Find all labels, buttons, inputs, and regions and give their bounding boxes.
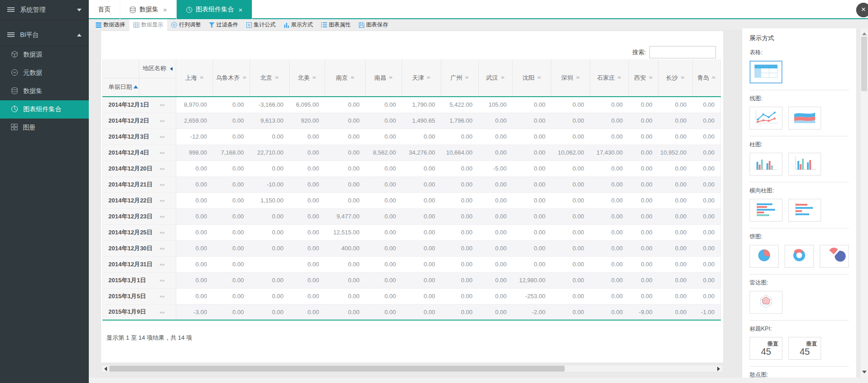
- region-name-header[interactable]: 地区名称: [139, 59, 176, 78]
- column-header-11[interactable]: 石家庄: [590, 59, 629, 97]
- tab-0[interactable]: 首页: [89, 0, 120, 19]
- horizontal-scrollbar[interactable]: [101, 365, 723, 373]
- expand-arrows-icon[interactable]: ◂▸: [159, 150, 166, 155]
- chart-type-tile-6-0[interactable]: 垂直45: [750, 337, 782, 360]
- sort-icon[interactable]: [712, 74, 716, 81]
- sort-icon[interactable]: [243, 74, 247, 81]
- column-header-14[interactable]: 青岛: [693, 59, 721, 97]
- sort-icon[interactable]: [200, 74, 204, 81]
- column-header-1[interactable]: 乌鲁木齐: [213, 59, 250, 97]
- sort-icon[interactable]: [576, 74, 580, 81]
- toolbar-button-6[interactable]: 图表属性: [317, 19, 355, 31]
- chart-type-tile-4-1[interactable]: [785, 245, 814, 268]
- scroll-left-arrow-icon[interactable]: [102, 365, 109, 372]
- toolbar-button-1[interactable]: 数据显示: [129, 19, 167, 31]
- column-header-8[interactable]: 武汉: [479, 59, 513, 97]
- sort-icon[interactable]: [681, 74, 685, 81]
- chart-type-tile-2-1[interactable]: [788, 153, 821, 176]
- sort-icon[interactable]: [537, 74, 541, 81]
- doc-date-header[interactable]: 单据日期: [103, 78, 139, 97]
- sidebar-item-2[interactable]: 数据集: [0, 82, 89, 100]
- expand-arrows-icon[interactable]: ◂▸: [159, 118, 166, 123]
- expand-arrows-icon[interactable]: ◂▸: [159, 102, 166, 107]
- tab-close-icon[interactable]: ×: [163, 6, 167, 14]
- sort-icon[interactable]: [649, 74, 653, 81]
- search-input[interactable]: [649, 46, 716, 58]
- chart-type-tile-0-0[interactable]: [750, 61, 782, 83]
- scroll-up-arrow-icon[interactable]: [862, 30, 867, 35]
- toolbar-button-7[interactable]: 图表保存: [355, 19, 392, 31]
- chart-type-tile-2-0[interactable]: [750, 153, 782, 176]
- sidebar-group-bi-platform[interactable]: BI平台: [0, 25, 89, 46]
- chart-type-tile-1-0[interactable]: [750, 107, 782, 129]
- tab-close-icon[interactable]: ×: [239, 6, 243, 14]
- sidebar-item-0[interactable]: 数据源: [0, 46, 89, 64]
- expand-arrows-icon[interactable]: ◂▸: [159, 214, 166, 219]
- tab-2[interactable]: 图表组件集合×: [177, 0, 252, 19]
- column-header-0[interactable]: 上海: [176, 59, 213, 97]
- expand-arrows-icon[interactable]: ◂▸: [159, 230, 166, 235]
- sort-icon[interactable]: [427, 74, 431, 81]
- sort-icon[interactable]: [312, 74, 317, 81]
- row-label-13[interactable]: 2015年1月9日◂▸: [103, 304, 176, 320]
- column-header-6[interactable]: 天津: [402, 59, 441, 97]
- row-label-2[interactable]: 2014年12月3日◂▸: [103, 129, 176, 145]
- tab-1[interactable]: 数据集×: [120, 0, 177, 19]
- column-header-5[interactable]: 南昌: [366, 59, 402, 97]
- sidebar-group-system-admin[interactable]: 系统管理: [0, 0, 89, 21]
- row-label-3[interactable]: 2014年12月4日◂▸: [103, 145, 176, 160]
- sort-icon[interactable]: [351, 74, 355, 81]
- expand-arrows-icon[interactable]: ◂▸: [159, 166, 166, 171]
- scroll-down-arrow-icon[interactable]: [862, 371, 867, 376]
- vertical-scrollbar-thumb[interactable]: [861, 36, 867, 91]
- row-label-0[interactable]: 2014年12月1日◂▸: [103, 97, 176, 113]
- column-header-2[interactable]: 北京: [250, 59, 290, 97]
- row-label-8[interactable]: 2014年12月25日◂▸: [103, 224, 176, 240]
- column-header-12[interactable]: 西安: [629, 59, 659, 97]
- column-header-9[interactable]: 沈阳: [513, 59, 551, 97]
- column-header-4[interactable]: 南京: [325, 59, 366, 97]
- row-label-7[interactable]: 2014年12月23日◂▸: [103, 208, 176, 224]
- scroll-right-arrow-icon[interactable]: [715, 365, 723, 372]
- row-label-5[interactable]: 2014年12月21日◂▸: [103, 176, 176, 192]
- column-header-7[interactable]: 广州: [441, 59, 479, 97]
- expand-arrows-icon[interactable]: ◂▸: [159, 262, 166, 267]
- toolbar-button-2[interactable]: 行列调整: [167, 19, 205, 31]
- expand-arrows-icon[interactable]: ◂▸: [159, 198, 166, 203]
- chart-type-tile-4-2[interactable]: [820, 245, 849, 268]
- row-label-12[interactable]: 2015年1月5日◂▸: [103, 288, 176, 304]
- expand-arrows-icon[interactable]: ◂▸: [159, 246, 166, 251]
- row-label-6[interactable]: 2014年12月22日◂▸: [103, 192, 176, 208]
- row-label-11[interactable]: 2015年1月1日◂▸: [103, 272, 176, 288]
- sort-icon[interactable]: [275, 74, 279, 81]
- column-header-13[interactable]: 长沙: [659, 59, 693, 97]
- expand-arrows-icon[interactable]: ◂▸: [159, 310, 166, 315]
- chart-type-tile-5-0[interactable]: [750, 291, 782, 314]
- expand-arrows-icon[interactable]: ◂▸: [159, 182, 166, 187]
- row-label-1[interactable]: 2014年12月2日◂▸: [103, 113, 176, 129]
- chart-type-tile-3-1[interactable]: [788, 199, 821, 222]
- row-label-10[interactable]: 2014年12月31日◂▸: [103, 256, 176, 272]
- sort-icon[interactable]: [389, 74, 393, 81]
- expand-arrows-icon[interactable]: ◂▸: [159, 278, 166, 283]
- sidebar-item-4[interactable]: 图册: [0, 119, 89, 137]
- chart-type-tile-6-1[interactable]: 垂直45: [788, 337, 821, 360]
- vertical-scrollbar[interactable]: [860, 28, 868, 383]
- chart-type-tile-3-0[interactable]: [750, 199, 782, 222]
- column-header-3[interactable]: 北美: [290, 59, 325, 97]
- column-header-10[interactable]: 深圳: [551, 59, 590, 97]
- window-close-button[interactable]: ×: [856, 3, 868, 17]
- chart-type-tile-4-0[interactable]: [750, 245, 779, 268]
- sort-icon[interactable]: [465, 74, 469, 81]
- chart-type-tile-1-1[interactable]: [788, 107, 821, 129]
- toolbar-button-5[interactable]: 展示方式: [280, 19, 317, 31]
- sort-icon[interactable]: [501, 74, 505, 81]
- sidebar-item-1[interactable]: 元数据: [0, 64, 89, 82]
- toolbar-button-3[interactable]: 过滤条件: [205, 19, 242, 31]
- horizontal-scrollbar-thumb[interactable]: [109, 366, 565, 372]
- row-label-4[interactable]: 2014年12月20日◂▸: [103, 160, 176, 176]
- row-label-9[interactable]: 2014年12月30日◂▸: [103, 240, 176, 256]
- toolbar-button-0[interactable]: 数据选择: [92, 19, 129, 31]
- expand-arrows-icon[interactable]: ◂▸: [159, 134, 166, 139]
- sort-icon[interactable]: [618, 74, 622, 81]
